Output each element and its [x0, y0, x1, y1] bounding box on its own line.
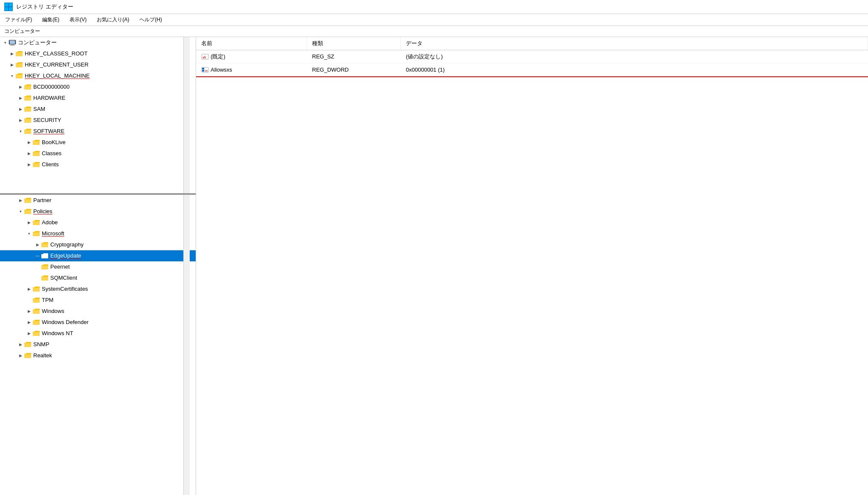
tree-item-microsoft[interactable]: ▾ Microsoft	[0, 228, 196, 239]
folder-icon-windows-nt	[32, 330, 40, 337]
label-systemcerts: SystemCertificates	[42, 284, 88, 294]
tree-item-security[interactable]: ▶ SECURITY	[0, 115, 196, 126]
menu-file[interactable]: ファイル(F)	[3, 15, 34, 24]
expander-classes[interactable]: ▶	[26, 150, 32, 157]
dword-value-icon: ab	[201, 67, 209, 73]
tree-item-windows[interactable]: ▶ Windows	[0, 306, 196, 317]
expander-systemcerts[interactable]: ▶	[26, 286, 32, 292]
expander-edgeupdate[interactable]: —	[34, 252, 41, 259]
tree-item-clients[interactable]: ▶ Clients	[0, 159, 196, 170]
expander-sam[interactable]: ▶	[17, 106, 24, 113]
main-container: ▾ コンピューター ▶ HKEY_CLASSES_ROOT	[0, 37, 868, 495]
expander-hkcu[interactable]: ▶	[9, 61, 15, 68]
expander-clients[interactable]: ▶	[26, 161, 32, 168]
expander-booklive[interactable]: ▶	[26, 139, 32, 146]
menu-view[interactable]: 表示(V)	[68, 15, 88, 24]
expander-computer[interactable]: ▾	[2, 39, 9, 46]
folder-icon-security	[24, 117, 32, 124]
menu-help[interactable]: ヘルプ(H)	[138, 15, 164, 24]
expander-cryptography[interactable]: ▶	[34, 241, 41, 248]
tree-item-hardware[interactable]: ▶ HARDWARE	[0, 93, 196, 104]
label-software: SOFTWARE	[33, 127, 64, 136]
tree-item-cryptography[interactable]: ▶ Cryptography	[0, 239, 196, 250]
detail-row-default[interactable]: ab (既定) REG_SZ (値の設定なし)	[196, 50, 868, 64]
tree-item-adobe[interactable]: ▶ Adobe	[0, 217, 196, 228]
label-cryptography: Cryptography	[50, 240, 84, 249]
label-realtek: Realtek	[33, 351, 52, 360]
label-default: (既定)	[211, 52, 226, 62]
tree-top: ▾ コンピューター ▶ HKEY_CLASSES_ROOT	[0, 37, 196, 195]
tree-item-realtek[interactable]: ▶ Realtek	[0, 350, 196, 361]
computer-icon	[9, 39, 16, 46]
tree-item-systemcerts[interactable]: ▶ SystemCertificates	[0, 284, 196, 295]
cell-type-allowsxs: REG_DWORD	[307, 64, 401, 76]
label-sqmclient: SQMClient	[50, 273, 77, 283]
label-windows-nt: Windows NT	[42, 329, 73, 338]
folder-icon-edgeupdate	[41, 252, 49, 259]
label-allowsxs: Allowsxs	[211, 65, 232, 75]
tree-item-hkcu[interactable]: ▶ HKEY_CURRENT_USER	[0, 59, 196, 70]
label-hkcr: HKEY_CLASSES_ROOT	[25, 49, 87, 58]
detail-header: 名前 種類 データ	[196, 37, 868, 50]
tree-item-software[interactable]: ▾ SOFTWARE	[0, 126, 196, 137]
tree-item-peernet[interactable]: ▶ Peernet	[0, 261, 196, 272]
expander-windows-nt[interactable]: ▶	[26, 330, 32, 337]
tree-item-windows-defender[interactable]: ▶ Windows Defender	[0, 317, 196, 328]
expander-microsoft[interactable]: ▾	[26, 230, 32, 237]
tree-item-computer[interactable]: ▾ コンピューター	[0, 37, 196, 48]
expander-adobe[interactable]: ▶	[26, 219, 32, 226]
tree-item-bcd[interactable]: ▶ BCD00000000	[0, 81, 196, 93]
folder-icon-classes	[32, 150, 40, 157]
cell-name-default: ab (既定)	[196, 50, 307, 63]
detail-pane: 名前 種類 データ ab (既定) REG_SZ (値の設定なし)	[196, 37, 868, 495]
folder-icon-bcd	[24, 84, 32, 90]
expander-partner[interactable]: ▶	[17, 197, 24, 204]
svg-rect-3	[9, 7, 12, 11]
tree-item-windows-nt[interactable]: ▶ Windows NT	[0, 328, 196, 339]
svg-rect-5	[10, 41, 15, 44]
tree-item-policies[interactable]: ▾ Policies	[0, 206, 196, 217]
expander-software[interactable]: ▾	[17, 128, 24, 135]
label-bcd: BCD00000000	[33, 82, 69, 92]
tree-item-partner[interactable]: ▶ Partner	[0, 195, 196, 206]
folder-icon-sqmclient	[41, 275, 49, 281]
tree-item-edgeupdate[interactable]: — EdgeUpdate	[0, 250, 196, 261]
expander-bcd[interactable]: ▶	[17, 84, 24, 90]
tree-item-sqmclient[interactable]: ▶ SQMClient	[0, 272, 196, 284]
label-adobe: Adobe	[42, 218, 58, 227]
tree-pane: ▾ コンピューター ▶ HKEY_CLASSES_ROOT	[0, 37, 196, 495]
expander-windows-defender[interactable]: ▶	[26, 319, 32, 326]
label-windows: Windows	[42, 307, 64, 316]
tree-item-snmp[interactable]: ▶ SNMP	[0, 339, 196, 350]
label-computer: コンピューター	[18, 38, 57, 47]
tree-item-hkcr[interactable]: ▶ HKEY_CLASSES_ROOT	[0, 48, 196, 59]
folder-icon-hklm	[15, 72, 23, 79]
expander-windows[interactable]: ▶	[26, 308, 32, 315]
expander-policies[interactable]: ▾	[17, 208, 24, 215]
menu-edit[interactable]: 編集(E)	[41, 15, 61, 24]
label-classes: Classes	[42, 149, 61, 158]
tree-item-booklive[interactable]: ▶ BooKLive	[0, 137, 196, 148]
detail-row-allowsxs[interactable]: ab Allowsxs REG_DWORD 0x00000001 (1)	[196, 64, 868, 77]
expander-realtek[interactable]: ▶	[17, 352, 24, 359]
expander-snmp[interactable]: ▶	[17, 341, 24, 348]
expander-hkcr[interactable]: ▶	[9, 50, 15, 57]
expander-hklm[interactable]: ▾	[9, 72, 15, 79]
expander-hardware[interactable]: ▶	[17, 95, 24, 101]
cell-type-default: REG_SZ	[307, 50, 401, 63]
folder-icon-peernet	[41, 263, 49, 270]
folder-icon-hardware	[24, 95, 32, 101]
menu-favorites[interactable]: お気に入り(A)	[95, 15, 131, 24]
folder-icon-adobe	[32, 219, 40, 226]
folder-icon-cryptography	[41, 241, 49, 248]
folder-icon-tpm	[32, 297, 40, 304]
expander-security[interactable]: ▶	[17, 117, 24, 124]
tree-item-tpm[interactable]: ▶ TPM	[0, 295, 196, 306]
folder-icon-systemcerts	[32, 286, 40, 292]
tree-item-sam[interactable]: ▶ SAM	[0, 104, 196, 115]
tree-item-classes[interactable]: ▶ Classes	[0, 148, 196, 159]
label-sam: SAM	[33, 104, 45, 114]
tree-item-hklm[interactable]: ▾ HKEY_LOCAL_MACHINE	[0, 70, 196, 81]
folder-icon-partner	[24, 197, 32, 204]
label-microsoft: Microsoft	[42, 229, 64, 238]
